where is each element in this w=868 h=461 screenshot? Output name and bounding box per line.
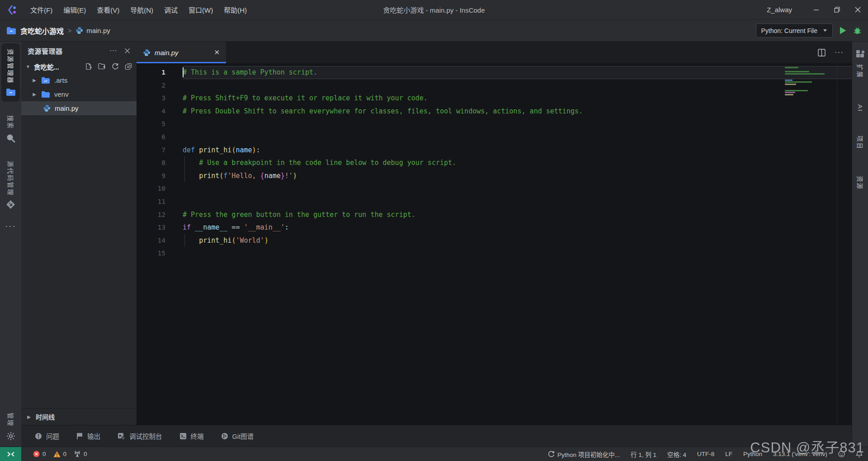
indent-guide <box>184 156 185 169</box>
run-button[interactable] <box>839 26 847 35</box>
background-task-status[interactable]: Python 项目初始化中... <box>548 450 620 459</box>
breadcrumb-project[interactable]: 贪吃蛇小游戏 <box>20 25 64 36</box>
code-line[interactable]: 7def print_hi(name): <box>137 144 852 157</box>
activity-explorer[interactable]: 资源管理器 <box>1 43 20 102</box>
activity-more-button[interactable]: ··· <box>5 221 16 231</box>
menu-item[interactable]: 编辑(E) <box>58 3 91 17</box>
code-line[interactable]: 8 # Use a breakpoint in the code line be… <box>137 156 852 169</box>
menu-item[interactable]: 调试 <box>159 3 183 17</box>
code-text: # Press Double Shift to search everywher… <box>183 105 852 118</box>
code-line[interactable]: 15 <box>137 247 852 260</box>
sidebar-more-icon[interactable]: ··· <box>109 46 117 55</box>
line-number: 1 <box>137 66 165 79</box>
panel-tab-debug-console[interactable]: 调试控制台 <box>118 431 162 441</box>
code-line[interactable]: 13if __name__ == '__main__': <box>137 221 852 234</box>
sidebar-close-icon[interactable] <box>124 48 130 54</box>
minimize-button[interactable] <box>806 0 826 19</box>
chevron-collapsed-icon: ▶ <box>26 414 32 419</box>
menu-item[interactable]: 帮助(H) <box>219 3 252 17</box>
code-line[interactable]: 4# Press Double Shift to search everywhe… <box>137 105 852 118</box>
line-number: 13 <box>137 221 165 234</box>
breadcrumb-bar: 贪吃蛇小游戏 > main.py Python: Current File <box>0 20 868 42</box>
split-editor-icon[interactable] <box>818 49 826 56</box>
tree-item-main-py[interactable]: main.py <box>21 101 137 115</box>
manage-label: 管理 <box>6 413 15 427</box>
menu-item[interactable]: 文件(F) <box>25 3 57 17</box>
tab-bar: main.py ✕ ··· <box>137 42 852 63</box>
indentation-status[interactable]: 空格: 4 <box>667 450 686 459</box>
gear-icon[interactable] <box>6 431 16 441</box>
line-number: 7 <box>137 144 165 157</box>
close-button[interactable] <box>847 0 868 19</box>
rightbar-resources[interactable]: 资源 <box>856 176 865 190</box>
explorer-sidebar: 资源管理器 ··· ▼ 贪吃蛇... <box>21 42 137 425</box>
remote-indicator[interactable] <box>0 447 21 461</box>
eol-status[interactable]: LF <box>725 451 732 457</box>
code-text: def print_hi(name): <box>183 144 852 157</box>
extensions-icon[interactable] <box>855 50 865 60</box>
breadcrumb: 贪吃蛇小游戏 > main.py <box>6 25 110 36</box>
output-icon <box>76 433 83 440</box>
debug-console-icon <box>118 433 125 440</box>
code-line[interactable]: 2 <box>137 79 852 92</box>
activity-search[interactable]: 搜索 <box>1 110 20 148</box>
error-icon <box>33 451 40 457</box>
rightbar-ai[interactable]: AI <box>857 104 863 112</box>
user-account[interactable]: Z_alway <box>767 6 792 14</box>
rightbar-project[interactable]: 项目 <box>856 136 865 150</box>
bell-icon[interactable] <box>856 451 863 458</box>
explorer-folder-icon <box>6 88 16 96</box>
code-editor[interactable]: 1# This is a sample Python script.23# Pr… <box>137 63 852 425</box>
timeline-section[interactable]: ▶ 时间线 <box>21 408 137 425</box>
code-text <box>183 79 852 92</box>
tree-item-arts[interactable]: ▶ .arts <box>21 73 137 87</box>
code-text: # Use a breakpoint in the code line belo… <box>183 156 852 169</box>
debug-button[interactable] <box>853 26 862 35</box>
language-status[interactable]: Python <box>743 451 762 457</box>
project-root-row[interactable]: ▼ 贪吃蛇... <box>21 60 137 73</box>
code-line[interactable]: 10 <box>137 182 852 195</box>
ports-status[interactable]: 0 <box>74 451 87 457</box>
new-file-icon[interactable] <box>85 63 92 70</box>
maximize-button[interactable] <box>826 0 847 19</box>
code-line[interactable]: 1# This is a sample Python script. <box>137 66 852 79</box>
activity-bar: 资源管理器 搜索 源 <box>0 42 21 447</box>
code-line[interactable]: 9 print(f'Hello, {name}!') <box>137 169 852 183</box>
run-configuration-dropdown[interactable]: Python: Current File <box>756 24 833 38</box>
code-line[interactable]: 14 print_hi('World') <box>137 234 852 247</box>
panel-tab-terminal[interactable]: 终端 <box>179 431 204 441</box>
app-logo-icon <box>5 4 19 16</box>
code-line[interactable]: 11 <box>137 195 852 208</box>
errors-status[interactable]: 0 <box>33 451 46 457</box>
feedback-icon[interactable] <box>838 451 845 457</box>
panel-tab-problems[interactable]: 问题 <box>35 431 59 441</box>
tab-close-icon[interactable]: ✕ <box>214 48 220 56</box>
refresh-icon[interactable] <box>112 63 119 70</box>
editor-more-icon[interactable]: ··· <box>835 48 844 57</box>
code-text: # Press the green button in the gutter t… <box>183 208 852 221</box>
menu-item[interactable]: 导航(N) <box>125 3 158 17</box>
panel-tab-output[interactable]: 输出 <box>76 431 100 441</box>
activity-source-control[interactable]: 源代码管理 <box>1 155 20 215</box>
panel-tab-git-graph[interactable]: Git图谱 <box>221 431 254 441</box>
warnings-status[interactable]: 0 <box>53 451 67 457</box>
code-text: # This is a sample Python script. <box>183 66 852 79</box>
encoding-status[interactable]: UTF-8 <box>697 451 714 457</box>
breadcrumb-file[interactable]: main.py <box>75 27 110 34</box>
code-line[interactable]: 5 <box>137 118 852 131</box>
minimap[interactable] <box>785 67 835 98</box>
code-line[interactable]: 12# Press the green button in the gutter… <box>137 208 852 221</box>
code-line[interactable]: 3# Press Shift+F9 to execute it or repla… <box>137 92 852 105</box>
cursor-position-status[interactable]: 行 1, 列 1 <box>631 450 656 459</box>
collapse-all-icon[interactable] <box>125 63 132 70</box>
rightbar-extensions[interactable]: 扩展 <box>856 64 865 78</box>
chevron-down-icon <box>823 29 827 32</box>
code-line[interactable]: 6 <box>137 131 852 144</box>
new-folder-icon[interactable] <box>98 63 106 70</box>
tree-item-venv[interactable]: ▶ venv <box>21 87 137 101</box>
tab-main-py[interactable]: main.py ✕ <box>137 42 226 63</box>
menu-item[interactable]: 查看(V) <box>92 3 124 17</box>
text-cursor <box>183 67 184 77</box>
interpreter-status[interactable]: 3.13.1 ('venv': venv) <box>773 451 827 457</box>
menu-item[interactable]: 窗口(W) <box>184 3 218 17</box>
